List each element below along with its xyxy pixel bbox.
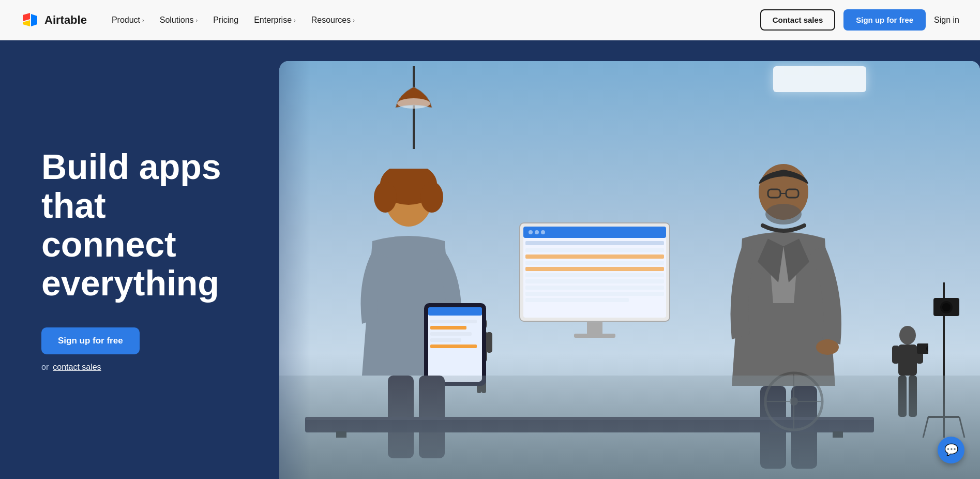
hero-headline: Build appsthat connecteverything — [41, 147, 248, 302]
navbar-left: Airtable Product › Solutions › Pricing — [21, 11, 361, 29]
nav-item-enterprise[interactable]: Enterprise › — [248, 11, 302, 29]
logo[interactable]: Airtable — [21, 11, 87, 29]
svg-point-28 — [529, 230, 533, 234]
svg-point-2 — [397, 98, 430, 109]
navbar: Airtable Product › Solutions › Pricing — [0, 0, 980, 40]
studio-scene — [279, 61, 980, 479]
svg-rect-22 — [430, 345, 477, 348]
airtable-logo-icon — [21, 11, 39, 29]
svg-rect-57 — [892, 346, 899, 364]
svg-rect-6 — [486, 332, 492, 353]
nav-label-resources: Resources — [311, 16, 351, 25]
hero-or-line: or contact sales — [41, 363, 101, 372]
hero-signup-button[interactable]: Sign up for free — [41, 327, 140, 354]
nav-label-solutions: Solutions — [160, 16, 194, 25]
nav-links: Product › Solutions › Pricing Enterprise… — [105, 11, 361, 29]
svg-rect-21 — [430, 338, 461, 342]
chat-widget[interactable]: 💬 — [938, 437, 964, 463]
contact-sales-button[interactable]: Contact sales — [760, 9, 836, 31]
svg-rect-19 — [430, 326, 466, 330]
svg-rect-36 — [525, 273, 664, 277]
svg-point-29 — [535, 230, 539, 234]
svg-point-55 — [899, 326, 916, 345]
hero-or-text: or — [41, 363, 49, 372]
svg-rect-20 — [430, 332, 472, 336]
nav-label-pricing: Pricing — [213, 16, 238, 25]
chat-bubble-icon: 💬 — [944, 443, 958, 457]
svg-point-30 — [541, 230, 545, 234]
studio-light-right-icon — [773, 66, 866, 92]
svg-point-13 — [420, 182, 443, 213]
svg-rect-33 — [525, 255, 664, 259]
logo-text: Airtable — [44, 13, 87, 27]
nav-item-pricing[interactable]: Pricing — [207, 11, 245, 29]
hero-cta-group: Sign up for free or contact sales — [41, 327, 248, 372]
hero-headline-text: Build appsthat connecteverything — [41, 147, 221, 302]
svg-rect-40 — [525, 298, 629, 302]
svg-point-12 — [374, 182, 397, 213]
hero-right-image — [279, 40, 980, 479]
chevron-product-icon: › — [142, 17, 144, 23]
svg-rect-42 — [574, 334, 615, 338]
studio-light-left-icon — [383, 66, 445, 149]
svg-rect-35 — [525, 267, 664, 271]
svg-rect-41 — [587, 322, 602, 335]
svg-rect-31 — [525, 241, 664, 245]
svg-rect-18 — [430, 320, 477, 323]
hero-contact-link[interactable]: contact sales — [53, 363, 101, 372]
chevron-resources-icon: › — [353, 17, 355, 23]
svg-point-69 — [942, 303, 951, 311]
hero-image — [279, 61, 980, 479]
chevron-solutions-icon: › — [196, 17, 198, 23]
svg-rect-17 — [428, 307, 482, 316]
chevron-enterprise-icon: › — [294, 17, 296, 23]
nav-item-resources[interactable]: Resources › — [305, 11, 361, 29]
svg-point-47 — [765, 204, 802, 224]
nav-item-solutions[interactable]: Solutions › — [154, 11, 204, 29]
navbar-right: Contact sales Sign up for free Sign in — [760, 9, 959, 31]
svg-rect-34 — [525, 261, 664, 265]
signup-button[interactable]: Sign up for free — [843, 9, 926, 31]
monitor-icon — [517, 220, 672, 345]
svg-rect-76 — [279, 376, 980, 479]
nav-label-product: Product — [112, 16, 140, 25]
svg-rect-38 — [525, 286, 664, 290]
svg-rect-56 — [898, 345, 917, 376]
hero-section: Build appsthat connecteverything Sign up… — [0, 40, 980, 479]
hero-left-content: Build appsthat connecteverything Sign up… — [0, 40, 279, 479]
signin-button[interactable]: Sign in — [934, 16, 959, 25]
nav-label-enterprise: Enterprise — [254, 16, 292, 25]
floor-gradient — [279, 376, 980, 479]
svg-rect-26 — [523, 227, 666, 318]
nav-item-product[interactable]: Product › — [105, 11, 150, 29]
svg-rect-37 — [525, 279, 664, 283]
svg-rect-32 — [525, 248, 664, 252]
svg-rect-39 — [525, 292, 664, 296]
